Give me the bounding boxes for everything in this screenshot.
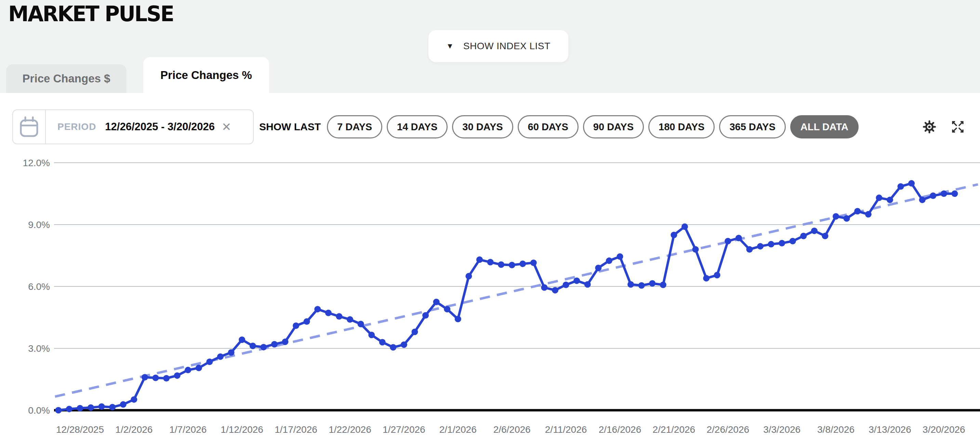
x-tick-label: 2/11/2026 xyxy=(545,424,587,435)
data-point xyxy=(130,396,137,403)
data-point xyxy=(811,228,818,234)
data-point xyxy=(368,331,375,338)
data-point xyxy=(854,208,861,214)
y-tick-label: 3.0% xyxy=(28,343,50,354)
data-point xyxy=(541,285,547,291)
data-point xyxy=(509,262,515,268)
data-point xyxy=(638,282,645,289)
range-pill-7-days[interactable]: 7 DAYS xyxy=(327,115,382,139)
data-point xyxy=(833,213,839,220)
data-point xyxy=(260,344,267,350)
data-point xyxy=(822,233,828,239)
data-point xyxy=(951,190,958,197)
data-point xyxy=(336,313,342,320)
data-point xyxy=(573,278,580,284)
data-point xyxy=(314,306,321,312)
data-point xyxy=(153,375,159,381)
range-pill-90-days[interactable]: 90 DAYS xyxy=(583,115,644,139)
period-selector[interactable]: PERIOD 12/26/2025 - 3/20/2026 ✕ xyxy=(12,110,254,144)
x-tick-label: 1/22/2026 xyxy=(329,424,371,435)
period-icon-cell xyxy=(13,110,46,143)
data-point xyxy=(293,322,299,329)
x-tick-label: 2/6/2026 xyxy=(493,424,531,435)
show-last-label: SHOW LAST xyxy=(259,121,321,133)
data-point xyxy=(627,281,634,288)
data-point xyxy=(735,235,742,241)
data-point xyxy=(99,403,105,410)
data-point xyxy=(142,374,148,381)
data-point xyxy=(66,406,73,412)
period-value: 12/26/2025 - 3/20/2026 xyxy=(105,121,215,133)
data-point xyxy=(196,365,202,371)
data-point xyxy=(76,405,83,411)
x-tick-label: 3/20/2026 xyxy=(923,424,965,435)
data-point xyxy=(703,275,710,281)
range-pill-180-days[interactable]: 180 DAYS xyxy=(648,115,715,139)
clear-period-button[interactable]: ✕ xyxy=(221,110,231,143)
data-point xyxy=(390,344,396,350)
show-index-list-button[interactable]: ▼ SHOW INDEX LIST xyxy=(428,30,568,62)
data-point xyxy=(347,316,353,323)
data-point xyxy=(444,306,450,312)
data-point xyxy=(498,261,504,268)
x-tick-label: 2/21/2026 xyxy=(653,424,695,435)
range-pill-60-days[interactable]: 60 DAYS xyxy=(518,115,579,139)
x-tick-label: 1/2/2026 xyxy=(115,424,153,435)
range-pill-365-days[interactable]: 365 DAYS xyxy=(719,115,786,139)
data-point xyxy=(55,407,62,414)
data-point xyxy=(304,318,310,325)
data-point xyxy=(109,404,116,410)
range-pill-30-days[interactable]: 30 DAYS xyxy=(452,115,513,139)
data-point xyxy=(282,338,288,345)
x-tick-label: 1/7/2026 xyxy=(169,424,207,435)
data-point xyxy=(714,272,721,278)
x-tick-label: 1/12/2026 xyxy=(221,424,263,435)
data-point xyxy=(271,341,278,347)
data-point xyxy=(908,180,915,187)
tab-label: Price Changes $ xyxy=(22,72,110,85)
data-point xyxy=(325,310,332,316)
tab-label: Price Changes % xyxy=(161,69,252,82)
data-point xyxy=(163,375,170,382)
data-point xyxy=(757,243,764,250)
data-point xyxy=(725,238,731,244)
tab-price-changes-dollar[interactable]: Price Changes $ xyxy=(6,64,127,93)
chart-tool-icons xyxy=(923,120,964,134)
range-pill-group: 7 DAYS14 DAYS30 DAYS60 DAYS90 DAYS180 DA… xyxy=(327,115,859,139)
range-pill-14-days[interactable]: 14 DAYS xyxy=(387,115,448,139)
y-tick-label: 6.0% xyxy=(28,281,50,292)
data-point xyxy=(692,246,699,253)
data-point xyxy=(617,253,623,260)
data-point xyxy=(876,194,882,201)
x-tick-label: 3/3/2026 xyxy=(763,424,800,435)
x-tick-label: 1/17/2026 xyxy=(275,424,317,435)
calendar-icon xyxy=(19,116,39,137)
data-point xyxy=(401,342,407,348)
data-point xyxy=(206,358,213,365)
data-point xyxy=(455,316,461,322)
data-point xyxy=(465,273,472,279)
chevron-down-icon: ▼ xyxy=(446,42,454,50)
show-index-list-label: SHOW INDEX LIST xyxy=(463,41,550,52)
data-point xyxy=(595,264,601,271)
settings-gear-icon[interactable] xyxy=(923,120,936,134)
page-title: MARKET PULSE xyxy=(8,2,173,26)
expand-fullscreen-icon[interactable] xyxy=(951,120,964,133)
y-tick-label: 0.0% xyxy=(28,405,50,416)
x-tick-label: 2/26/2026 xyxy=(706,424,749,435)
data-point xyxy=(358,321,364,327)
data-point xyxy=(487,259,494,265)
data-point xyxy=(649,280,655,287)
data-point xyxy=(411,328,418,335)
tab-price-changes-percent[interactable]: Price Changes % xyxy=(143,57,269,93)
price-change-chart: 0.0%3.0%6.0%9.0%12.0%12/28/20251/2/20261… xyxy=(0,150,980,441)
data-point xyxy=(941,190,947,197)
data-point xyxy=(88,404,94,411)
range-pill-all-data[interactable]: ALL DATA xyxy=(790,115,859,139)
data-point xyxy=(563,282,570,288)
data-point xyxy=(887,197,893,203)
data-point xyxy=(919,197,926,203)
chart-toolbar: PERIOD 12/26/2025 - 3/20/2026 ✕ SHOW LAS… xyxy=(12,110,964,144)
data-point xyxy=(174,372,181,379)
data-point xyxy=(530,260,537,266)
